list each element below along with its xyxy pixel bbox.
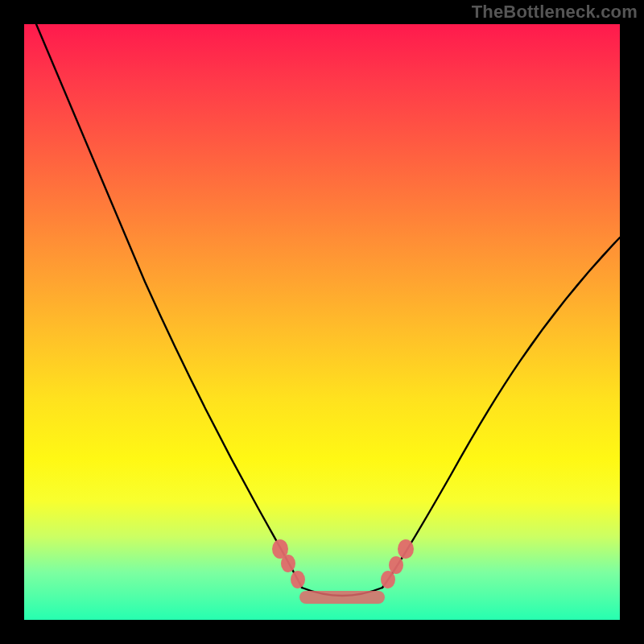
minimum-bar — [299, 591, 385, 604]
marker-dot — [398, 539, 414, 559]
marker-dot — [281, 555, 295, 572]
marker-dot — [291, 571, 305, 588]
chart-area — [24, 24, 620, 620]
page-frame: TheBottleneck.com — [0, 0, 644, 644]
marker-dot — [381, 571, 395, 588]
marker-dot — [389, 556, 403, 574]
attribution-text: TheBottleneck.com — [472, 2, 638, 23]
right-curve — [382, 237, 620, 588]
left-curve — [36, 24, 302, 588]
chart-svg — [24, 24, 620, 620]
